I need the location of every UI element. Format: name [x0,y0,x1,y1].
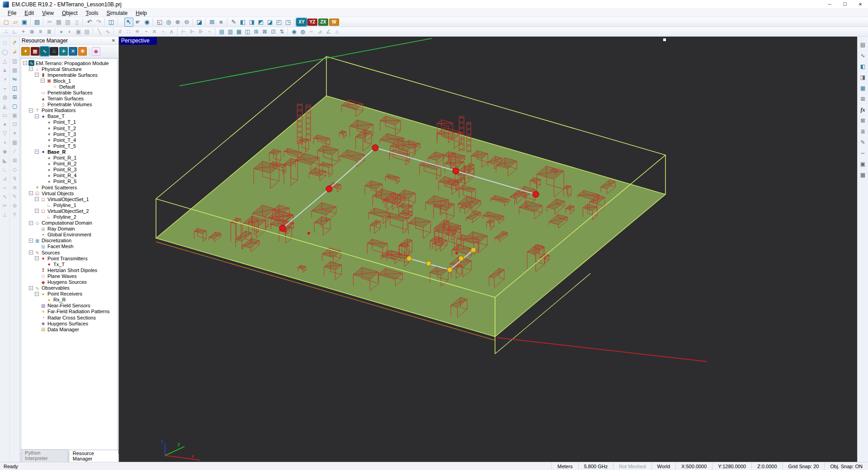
edit-tool-icon-4[interactable]: ▦ [10,66,19,75]
edit-tool-icon-18[interactable]: ✎ [10,192,19,201]
tree-item-block-1[interactable]: −▣Block_1 [21,78,117,84]
wave-tool-icon[interactable]: ∼ [307,28,316,36]
expand-collapse-icon[interactable]: − [41,79,45,83]
tree-item-point-r-4[interactable]: ●Point_R_4 [21,173,117,179]
tree-item-base-r[interactable]: −●Base_R [21,149,117,155]
edit-document-icon[interactable]: ✎ [859,137,868,148]
mesh-view-icon[interactable]: ⊞ [859,94,868,104]
array-window-6-icon[interactable]: ⊠ [260,28,269,36]
shape-tool-icon-4[interactable]: ▲ [0,66,9,75]
zoom-extents-icon[interactable]: ◎ [164,18,173,27]
receiver-point[interactable] [407,256,412,261]
expand-collapse-icon[interactable]: − [29,239,33,243]
mesh-grid-icon[interactable]: ▦ [859,83,868,94]
module-button-8[interactable]: ◉ [92,47,100,56]
coil-icon[interactable]: ∿ [859,50,868,61]
open-box-icon[interactable]: ◨ [859,72,868,83]
tree-item-tx-t[interactable]: ●Tx_T [21,261,117,267]
variable-cube-icon[interactable]: ⊠ [859,115,868,126]
cube-view-2-icon[interactable]: ◨ [247,18,256,27]
edit-tool-icon-17[interactable]: ≋ [10,183,19,192]
tab-resource-manager[interactable]: Resource Manager [69,450,118,462]
single-window-icon[interactable]: ■ [217,18,226,27]
shape-tool-icon-15[interactable]: ∟ [0,165,9,174]
tree-item-point-r-2[interactable]: ●Point_R_2 [21,161,117,167]
render-view-icon[interactable]: ◪ [195,18,204,27]
script-icon[interactable]: ≣ [859,126,868,137]
tree-item-point-radiators[interactable]: −⊤Point Radiators [21,108,117,113]
shape-tool-icon-11[interactable]: ▽ [0,129,9,138]
expand-collapse-icon[interactable]: − [35,292,39,296]
menu-view[interactable]: View [38,9,58,17]
cut-icon[interactable]: ✂ [45,18,54,27]
module-button-1[interactable]: ✦ [21,47,30,56]
tree-item-penetrable-surfaces[interactable]: ▭Penetrable Surfaces [21,89,117,95]
expand-collapse-icon[interactable]: − [35,209,39,213]
tree-item-rx-r[interactable]: ●Rx_R [21,297,117,303]
transmitter-point[interactable] [326,186,332,192]
expand-collapse-icon[interactable]: − [29,191,33,195]
module-button-5[interactable]: ✈ [59,47,68,56]
print-icon[interactable]: ▤ [33,18,42,27]
tree-item-point-transmitters[interactable]: −●Point Transmitters [21,255,117,261]
expand-collapse-icon[interactable]: − [35,150,39,154]
tree-item-point-r-5[interactable]: ●Point_R_5 [21,179,117,184]
expand-collapse-icon[interactable]: − [29,67,33,71]
curve-tool-icon[interactable]: ∼ [859,148,868,159]
edit-tool-icon-16[interactable]: ↯ [10,174,19,183]
shape-tool-icon-13[interactable]: ◆ [0,147,9,156]
tree-item-huygens-sources[interactable]: ◆Huygens Sources [21,279,117,285]
tree-item-point-receivers[interactable]: −●Point Receivers [21,291,117,297]
receiver-point[interactable] [448,268,453,273]
cube-view-5-icon[interactable]: ◰ [274,18,283,27]
menu-file[interactable]: File [4,9,20,17]
viewport-view-label[interactable]: Perspective [119,37,157,45]
minimize-button[interactable]: ─ [822,0,837,9]
tree-item-global-environment[interactable]: ◓Global Environment [21,232,117,238]
shape-tool-icon-17[interactable]: ⌐ [0,183,9,192]
tree-item-virtualobjectset-1[interactable]: −◻VirtualObjectSet_1 [21,196,117,202]
edit-tool-icon-10[interactable]: ⊡ [10,120,19,129]
maximize-button[interactable]: ☐ [837,0,853,9]
expand-collapse-icon[interactable]: − [35,256,39,260]
module-button-4[interactable]: ∴ [50,47,58,56]
view-zx-button[interactable]: ZX [318,19,328,26]
edit-tool-icon-7[interactable]: ⊞ [10,93,19,102]
tree-item-impenetrable-surfaces[interactable]: −▮Impenetrable Surfaces [21,72,117,78]
edit-tool-icon-12[interactable]: ▩ [10,138,19,147]
edit-tool-icon-3[interactable]: ▥ [10,56,19,66]
new-project-icon[interactable]: ▢ [2,18,11,27]
shape-tool-icon-5[interactable]: ◑ [0,75,9,84]
menu-object[interactable]: Object [58,9,82,17]
array-window-1-icon[interactable]: ▤ [217,28,226,36]
measure-2-icon[interactable]: ⊩ [188,28,197,36]
array-window-7-icon[interactable]: ⊡ [269,28,278,36]
sketch-cube-view-icon[interactable]: ✎ [229,18,238,27]
edit-tool-icon-5[interactable]: ⇋ [10,75,19,84]
tree-item-computational-domain[interactable]: −◇Computational Domain [21,220,117,226]
redo-icon[interactable]: ↷ [94,18,103,27]
apex-tool-icon[interactable]: ∧ [167,28,176,36]
measure-1-icon[interactable]: ⊢ [179,28,188,36]
angle-tool-icon[interactable]: ∠ [324,28,333,36]
command-window-icon[interactable]: ◫ [107,18,116,27]
ruler-icon[interactable]: ▤ [859,39,868,50]
edit-tool-icon-11[interactable]: ✶ [10,129,19,138]
array-window-3-icon[interactable]: ▦ [235,28,243,36]
paste-icon[interactable]: ▥ [63,18,72,27]
stack-rows-icon[interactable]: ≡ [36,28,45,36]
tree-item-point-t-1[interactable]: ●Point_T_1 [21,119,117,125]
tree-item-em-terrano-propagation-module[interactable]: −∿EM.Terrano: Propagation Module [21,60,117,66]
tree-item-virtual-objects[interactable]: −◱Virtual Objects [21,190,117,196]
tree-item-base-t[interactable]: −●Base_T [21,113,117,119]
calculator-icon[interactable]: ▦ [859,169,868,180]
viewport-3d[interactable]: zyx Perspective [119,37,857,462]
tree-item-point-r-3[interactable]: ●Point_R_3 [21,167,117,173]
shape-tool-icon-2[interactable]: ◯ [0,47,9,56]
receiver-point[interactable] [426,261,431,266]
tree-item-data-manager[interactable]: ▤Data Manager [21,326,117,332]
tree-item-point-scatterers[interactable]: ✶Point Scatterers [21,184,117,190]
array-window-5-icon[interactable]: ⊞ [252,28,260,36]
menu-tools[interactable]: Tools [82,9,103,17]
expand-collapse-icon[interactable]: − [29,250,33,254]
